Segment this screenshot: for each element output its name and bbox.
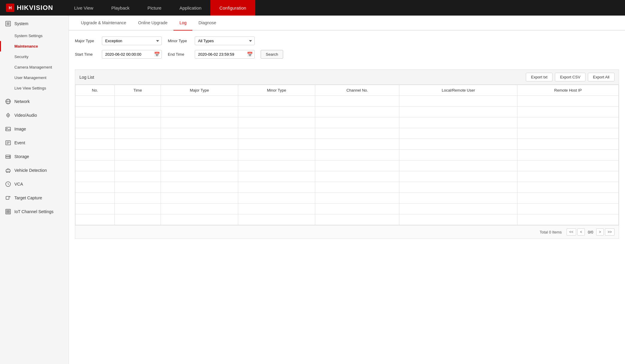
col-no: No. [76,85,115,96]
svg-point-6 [7,115,9,116]
nav-application[interactable]: Application [170,0,210,16]
sidebar-item-camera-management[interactable]: Camera Management [0,62,69,72]
log-table-body [76,96,619,225]
pagination-next-button[interactable]: > [596,228,604,236]
major-type-group: Major Type Exception Operation Informati… [75,37,162,45]
table-row [76,96,619,107]
sidebar-item-target-capture[interactable]: Target Capture [0,191,69,205]
content-tabs: Upgrade & Maintenance Online Upgrade Log… [69,16,625,31]
col-major-type: Major Type [161,85,238,96]
start-time-input[interactable] [102,50,162,59]
sidebar-item-event[interactable]: Event [0,136,69,150]
main-layout: System System Settings Maintenance Secur… [0,16,625,364]
major-type-label: Major Type [75,39,99,43]
nav-live-view[interactable]: Live View [65,0,102,16]
svg-point-10 [7,128,7,129]
start-time-input-wrapper: 📅 [102,50,162,59]
sidebar-item-maintenance[interactable]: Maintenance [0,41,69,51]
pagination-prev-button[interactable]: < [577,228,585,236]
svg-rect-24 [7,210,8,211]
tab-online-upgrade[interactable]: Online Upgrade [132,16,173,31]
col-remote-host-ip: Remote Host IP [517,85,619,96]
sidebar-item-system-label: System [14,21,28,26]
pagination-last-button[interactable]: >> [605,228,615,236]
export-csv-button[interactable]: Export CSV [555,73,585,81]
end-time-calendar-icon[interactable]: 📅 [247,51,253,57]
search-button[interactable]: Search [261,50,283,59]
table-row [76,107,619,117]
minor-type-label: Minor Type [168,39,192,43]
sidebar-item-vehicle-detection-label: Vehicle Detection [14,168,47,173]
svg-rect-25 [8,210,10,211]
pagination: Total 0 Items << < 0/0 > >> [75,225,619,239]
vehicle-detection-icon [5,167,11,174]
sidebar-item-system[interactable]: System [0,17,69,31]
table-row [76,150,619,160]
table-row [76,204,619,214]
sidebar: System System Settings Maintenance Secur… [0,16,69,364]
log-list-title: Log List [79,75,94,80]
sidebar-item-image[interactable]: Image [0,122,69,136]
major-type-select[interactable]: Exception Operation Information Alarm [102,37,162,45]
storage-icon [5,153,11,160]
nav-items: Live View Playback Picture Application C… [65,0,619,16]
end-time-input-wrapper: 📅 [195,50,255,59]
svg-rect-9 [6,127,10,131]
table-row [76,193,619,204]
log-form: Major Type Exception Operation Informati… [69,31,625,69]
top-navigation: H HIKVISION Live View Playback Picture A… [0,0,625,16]
sidebar-item-system-settings[interactable]: System Settings [0,31,69,41]
table-row [76,128,619,139]
svg-point-20 [7,172,8,173]
sidebar-item-iot-channel-settings[interactable]: IoT Channel Settings [0,205,69,219]
end-time-label: End Time [168,52,192,57]
nav-playback[interactable]: Playback [102,0,138,16]
sidebar-item-network-label: Network [14,99,30,104]
export-all-button[interactable]: Export All [588,73,615,81]
sidebar-item-event-label: Event [14,140,25,145]
start-time-calendar-icon[interactable]: 📅 [154,51,160,57]
pagination-page-display: 0/0 [586,230,595,234]
table-row [76,139,619,150]
log-table-header: No. Time Major Type Minor Type Channel N… [76,85,619,96]
vca-icon [5,181,11,187]
col-minor-type: Minor Type [238,85,315,96]
svg-rect-22 [6,196,9,199]
col-channel-no: Channel No. [315,85,399,96]
sidebar-item-network[interactable]: Network [0,95,69,108]
svg-rect-27 [8,212,10,213]
sidebar-item-storage-label: Storage [14,154,29,159]
minor-type-select[interactable]: All Types [195,37,255,45]
sidebar-item-image-label: Image [14,127,26,131]
sidebar-item-vehicle-detection[interactable]: Vehicle Detection [0,163,69,177]
tab-log[interactable]: Log [173,16,192,31]
end-time-input[interactable] [195,50,255,59]
sidebar-item-security[interactable]: Security [0,51,69,62]
target-capture-icon [5,195,11,201]
tab-upgrade-maintenance[interactable]: Upgrade & Maintenance [75,16,132,31]
iot-icon [5,208,11,215]
nav-picture[interactable]: Picture [138,0,170,16]
sidebar-item-user-management[interactable]: User Management [0,72,69,83]
sidebar-item-iot-label: IoT Channel Settings [14,209,54,214]
sidebar-item-live-view-settings[interactable]: Live View Settings [0,83,69,93]
tab-diagnose[interactable]: Diagnose [192,16,222,31]
log-list-header: Log List Export txt Export CSV Export Al… [75,70,619,85]
sidebar-item-storage[interactable]: Storage [0,150,69,163]
svg-rect-19 [6,170,10,172]
log-table-header-row: No. Time Major Type Minor Type Channel N… [76,85,619,96]
svg-rect-1 [7,22,10,25]
nav-configuration[interactable]: Configuration [210,0,255,16]
sidebar-item-vca-label: VCA [14,182,23,186]
event-icon [5,139,11,146]
start-time-group: Start Time 📅 [75,50,162,59]
sidebar-item-video-audio[interactable]: Video/Audio [0,108,69,122]
export-txt-button[interactable]: Export txt [526,73,552,81]
col-time: Time [114,85,161,96]
main-content: Upgrade & Maintenance Online Upgrade Log… [69,16,625,364]
sidebar-item-vca[interactable]: VCA [0,177,69,191]
pagination-first-button[interactable]: << [567,228,576,236]
svg-point-17 [9,156,10,156]
start-time-label: Start Time [75,52,99,57]
network-icon [5,98,11,105]
